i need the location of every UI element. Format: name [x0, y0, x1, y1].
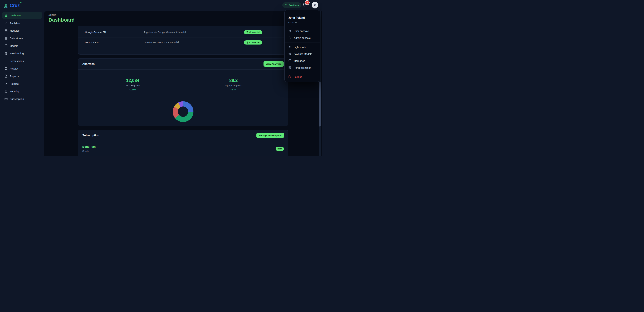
beta-badge: Beta	[276, 147, 284, 151]
plan-row: Beta Plan CruzAI Beta	[78, 141, 288, 156]
sidebar-item-analytics[interactable]: Analytics	[2, 20, 42, 26]
sidebar-item-activity[interactable]: Activity	[2, 65, 42, 72]
sidebar-item-data-stores[interactable]: Data stores	[2, 35, 42, 42]
sidebar: Dashboard Analytics Modules Data stores …	[0, 11, 44, 156]
notification-count-badge[interactable]: 2	[305, 1, 309, 4]
hexagon-icon	[4, 44, 8, 47]
file-text-icon	[4, 74, 8, 78]
brain-icon	[288, 59, 292, 62]
model-name: Google Gemma 3N	[85, 31, 144, 34]
model-description: Together.ai - Google Gemma 3N model	[144, 31, 244, 34]
page-header: ADMIN Dashboard	[44, 11, 322, 23]
plan-name: Beta Plan	[82, 145, 96, 148]
sidebar-item-provisioning[interactable]: Provisioning	[2, 50, 42, 56]
sidebar-item-subscription[interactable]: Subscription	[2, 96, 42, 102]
menu-item-admin-console[interactable]: Admin console	[284, 34, 320, 41]
check-circle-icon	[246, 31, 248, 34]
stat-delta: +12.5%	[82, 88, 183, 91]
analytics-card-title: Analytics	[82, 62, 94, 66]
user-name: John Foland	[288, 16, 316, 20]
breadcrumb-eyebrow: ADMIN	[48, 14, 322, 16]
menu-item-light-mode[interactable]: Light mode	[284, 44, 320, 50]
analytics-card: Analytics View Analytics 12,034 Total Re…	[78, 58, 288, 126]
menu-item-favorite-models[interactable]: Favorite Models	[284, 50, 320, 57]
stat-label: Total Requests	[82, 84, 183, 87]
stat-total-requests: 12,034 Total Requests +12.5%	[82, 78, 183, 91]
analytics-stats: 12,034 Total Requests +12.5% 89.2 Avg Sp…	[78, 78, 288, 91]
brand-name: CruzAI	[10, 3, 22, 8]
chart-line-icon	[4, 22, 8, 24]
user-dropdown-menu: John Foland CRUZAI User console Admin co…	[284, 10, 320, 82]
usage-donut-chart	[173, 101, 194, 122]
sun-icon	[288, 46, 292, 48]
sidebar-item-models[interactable]: Models	[2, 42, 42, 49]
user-menu-header: John Foland CRUZAI	[284, 10, 320, 26]
stat-value: 12,034	[82, 78, 183, 83]
shield-check-icon	[4, 90, 8, 93]
cruzai-admin-dashboard: { "brand": {"name": "Cruz", "suffix": "A…	[0, 0, 322, 156]
models-card: Google Gemma 3N Together.ai - Google Gem…	[78, 26, 288, 54]
stat-label: Avg Speed (tok/s)	[183, 84, 284, 87]
main-panel: ADMIN Dashboard Google Gemma 3N Together…	[44, 11, 322, 156]
stat-delta: +5.3%	[183, 88, 284, 91]
message-question-icon	[285, 4, 288, 6]
logout-icon	[288, 75, 292, 78]
brand-logo[interactable]: CruzAI	[3, 0, 22, 11]
model-row-google-gemma-3n[interactable]: Google Gemma 3N Together.ai - Google Gem…	[78, 27, 288, 37]
topbar: CruzAI Feedback 2 JF	[0, 0, 322, 11]
status-badge-connected: Connected	[244, 40, 262, 44]
key-icon	[4, 82, 8, 85]
sidebar-item-policies[interactable]: Policies	[2, 80, 42, 87]
sidebar-item-security[interactable]: Security	[2, 88, 42, 94]
shield-icon	[4, 59, 8, 62]
content-container: Google Gemma 3N Together.ai - Google Gem…	[78, 26, 288, 156]
sliders-icon	[288, 66, 292, 69]
credit-card-icon	[4, 97, 8, 100]
sidebar-item-permissions[interactable]: Permissions	[2, 58, 42, 64]
brand-swirl-icon	[3, 3, 9, 9]
menu-item-user-console[interactable]: User console	[284, 28, 320, 34]
star-icon	[288, 52, 292, 56]
sidebar-item-reports[interactable]: Reports	[2, 73, 42, 80]
model-description: Openrouter - GPT 5 Nano model	[144, 41, 244, 44]
layout-dashboard-icon	[4, 14, 8, 17]
check-circle-icon	[246, 42, 248, 44]
stat-avg-speed: 89.2 Avg Speed (tok/s) +5.3%	[183, 78, 284, 91]
shield-check-icon	[288, 36, 292, 39]
page-scrollbar-thumb[interactable]	[319, 82, 321, 126]
model-name: GPT 5 Nano	[85, 41, 144, 44]
subscription-card: Subscription Manage Subscription Beta Pl…	[78, 130, 288, 156]
database-icon	[4, 36, 8, 40]
stat-value: 89.2	[183, 78, 284, 83]
menu-item-logout[interactable]: Logout	[284, 73, 320, 80]
sidebar-item-dashboard[interactable]: Dashboard	[2, 12, 42, 19]
user-org: CRUZAI	[288, 22, 316, 24]
view-analytics-button[interactable]: View Analytics	[264, 61, 284, 66]
user-icon	[288, 29, 292, 32]
plan-org: CruzAI	[82, 150, 96, 152]
status-badge-connected: Connected	[244, 30, 262, 34]
model-row-gpt-5-nano[interactable]: GPT 5 Nano Openrouter - GPT 5 Nano model…	[78, 38, 288, 48]
menu-item-personalization[interactable]: Personalization	[284, 64, 320, 71]
brand-suffix: AI	[20, 2, 22, 4]
user-avatar[interactable]: JF	[312, 2, 318, 8]
subscription-card-title: Subscription	[82, 134, 99, 137]
clock-icon	[4, 67, 8, 70]
cpu-icon	[4, 52, 8, 55]
page-title: Dashboard	[48, 17, 322, 23]
sidebar-item-modules[interactable]: Modules	[2, 27, 42, 34]
grid-icon	[4, 29, 8, 32]
menu-item-memories[interactable]: Memories	[284, 57, 320, 64]
manage-subscription-button[interactable]: Manage Subscription	[256, 133, 284, 138]
feedback-button[interactable]: Feedback	[282, 2, 302, 8]
